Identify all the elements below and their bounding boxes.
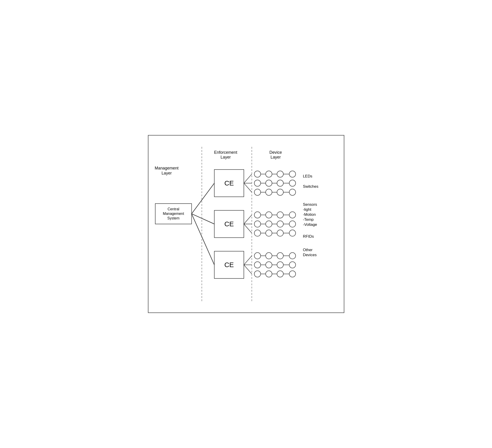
ce1-r1-n2 [266, 171, 272, 177]
ce3-r2-n1 [254, 262, 260, 268]
ce1-r3-n4 [289, 189, 296, 196]
cms-to-ce1-line [192, 183, 214, 214]
ce2-r3-n2 [266, 230, 272, 236]
ce3-r2-n2 [266, 262, 272, 268]
sensors-temp-label: -Temp [303, 217, 313, 222]
leds-label: LEDs [303, 174, 312, 178]
ce2-r2-n1 [254, 221, 260, 227]
sensors-motion-label: -Motion [303, 212, 316, 217]
ce3-r3-n1 [254, 271, 260, 277]
enforcement-layer-label2: Layer [221, 155, 231, 159]
ce1-r2-n1 [254, 180, 260, 186]
ce3-r1-n3 [277, 252, 283, 259]
ce2-r1-n2 [266, 212, 272, 218]
ce1-r3-n1 [254, 189, 260, 196]
ce3-to-row1 [244, 256, 252, 265]
sensors-voltage-label: -Voltage [303, 222, 317, 227]
ce3-r1-n4 [289, 252, 296, 259]
ce1-r3-n3 [277, 189, 283, 196]
ce3-r2-n3 [277, 262, 283, 268]
sensors-label: Sensors [303, 202, 317, 207]
switches-label: Switches [303, 184, 318, 189]
ce1-r2-n3 [277, 180, 283, 186]
ce3-r3-n3 [277, 271, 283, 277]
other-devices-label: Other [303, 248, 313, 252]
diagram-border: Management Layer Enforcement Layer Devic… [148, 135, 344, 313]
ce1-r1-n3 [277, 171, 283, 177]
ce2-r2-n2 [266, 221, 272, 227]
cms-label1: Central [168, 207, 179, 211]
ce1-r2-n2 [266, 180, 272, 186]
ce2-r1-n3 [277, 212, 283, 218]
other-devices-label2: Devices [303, 253, 317, 257]
page-container: Management Layer Enforcement Layer Devic… [143, 130, 349, 318]
cms-label3: System [167, 216, 179, 220]
ce2-to-row3 [244, 224, 252, 233]
device-layer-label: Device [269, 150, 282, 155]
ce3-r1-n2 [266, 252, 272, 259]
architecture-diagram: Management Layer Enforcement Layer Devic… [148, 136, 344, 312]
rfids-label: RFIDs [303, 234, 314, 239]
ce2-to-row1 [244, 215, 252, 224]
ce2-r2-n3 [277, 221, 283, 227]
ce1-r2-n4 [289, 180, 296, 186]
ce2-r3-n1 [254, 230, 260, 236]
ce1-label: CE [224, 179, 234, 187]
ce3-r1-n1 [254, 252, 260, 259]
ce2-r1-n4 [289, 212, 296, 218]
ce3-to-row3 [244, 265, 252, 274]
ce3-r3-n4 [289, 271, 296, 277]
ce3-label: CE [224, 261, 234, 269]
ce2-r2-n4 [289, 221, 296, 227]
ce1-r3-n2 [266, 189, 272, 196]
cms-to-ce3-line [192, 214, 214, 265]
management-layer-label: Management [154, 166, 178, 170]
ce2-r3-n3 [277, 230, 283, 236]
management-layer-label2: Layer [161, 171, 172, 175]
ce3-r3-n2 [266, 271, 272, 277]
ce2-r3-n4 [289, 230, 296, 236]
enforcement-layer-label: Enforcement [214, 150, 237, 155]
ce1-to-row1 [244, 174, 252, 183]
ce2-label: CE [224, 220, 234, 228]
cms-label2: Management [163, 212, 184, 216]
ce3-r2-n4 [289, 262, 296, 268]
ce1-r1-n4 [289, 171, 296, 177]
sensors-light-label: -light [303, 207, 311, 212]
ce1-to-row3 [244, 183, 252, 192]
device-layer-label2: Layer [270, 155, 281, 159]
cms-to-ce2-line [192, 214, 214, 224]
ce2-r1-n1 [254, 212, 260, 218]
ce1-r1-n1 [254, 171, 260, 177]
